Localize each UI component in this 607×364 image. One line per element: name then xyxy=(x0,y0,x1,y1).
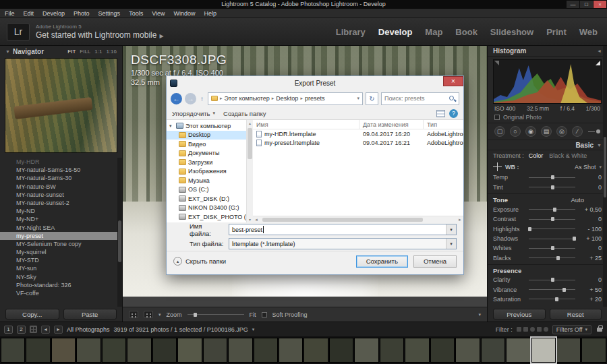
spot-removal-icon[interactable]: ○ xyxy=(510,126,521,137)
wb-value-dropdown[interactable]: As Shot xyxy=(575,164,596,171)
next-photo-button[interactable]: ► xyxy=(54,326,63,334)
filename-input[interactable]: best-preset ▾ xyxy=(229,224,457,235)
preset-item[interactable]: My-HDR xyxy=(0,158,117,166)
secondary-monitor-button[interactable]: 2 xyxy=(17,326,26,334)
graduated-filter-icon[interactable]: ▤ xyxy=(541,126,552,137)
slider-track[interactable] xyxy=(529,239,575,239)
preset-item[interactable]: MY-Night SEA xyxy=(0,224,117,232)
reset-button[interactable]: Reset xyxy=(550,309,602,320)
radial-filter-icon[interactable]: ◎ xyxy=(556,126,567,137)
zoom-option-1:16[interactable]: 1:16 xyxy=(106,49,117,55)
preset-item[interactable]: MY-nature-sunset-2 xyxy=(0,199,117,207)
save-button[interactable]: Сохранить xyxy=(356,255,408,268)
preset-item[interactable]: My-squirrel xyxy=(0,248,117,256)
slider-knob[interactable] xyxy=(555,297,558,301)
filetype-dropdown[interactable]: lrtemplate (*.lrtemplate) ▾ xyxy=(229,238,457,249)
filmstrip-thumbnail[interactable] xyxy=(405,338,429,363)
filmstrip-thumbnail[interactable] xyxy=(380,338,404,363)
filmstrip-thumbnail[interactable] xyxy=(26,338,50,363)
breadcrumb-segment[interactable]: Desktop xyxy=(276,95,298,102)
search-box[interactable]: Поиск: presets xyxy=(381,92,459,105)
close-button[interactable]: × xyxy=(594,1,606,8)
preset-item[interactable]: MY-nature-sunset xyxy=(0,191,117,199)
slider-knob[interactable] xyxy=(562,288,566,292)
filmstrip-thumbnail[interactable] xyxy=(354,338,378,363)
zoom-slider-knob[interactable] xyxy=(194,313,197,317)
slider-track[interactable] xyxy=(529,187,575,187)
preset-item[interactable]: MY-natural-Sams-16-50 xyxy=(0,166,117,174)
color-label-icon[interactable] xyxy=(544,327,548,332)
chevron-down-icon[interactable]: ▾ xyxy=(446,224,456,235)
treatment-black-white[interactable]: Black & White xyxy=(549,152,587,159)
preset-item[interactable]: My-ND+ xyxy=(0,215,117,223)
crop-tool-icon[interactable]: ▢ xyxy=(494,126,505,137)
histogram-header[interactable]: Histogram ◄ xyxy=(488,46,607,57)
scrollbar-thumb[interactable] xyxy=(262,218,423,222)
expander-icon[interactable]: ▾ xyxy=(169,123,174,129)
tree-item[interactable]: EXT_DISK_PHOTO (I:) xyxy=(167,212,246,222)
preset-item[interactable]: NY-Sky xyxy=(0,273,117,281)
address-bar[interactable]: ▸Этот компьютер▸Desktop▸presets ▾ xyxy=(208,92,363,105)
menu-view[interactable]: View xyxy=(152,10,165,17)
lightroom-mobile-promo[interactable]: Get started with Lightroom mobile▶ xyxy=(36,30,164,40)
filmstrip-thumbnail[interactable] xyxy=(51,338,76,363)
dialog-close-button[interactable]: × xyxy=(443,76,463,86)
preset-item[interactable]: MY-STD xyxy=(0,256,117,264)
adjustment-brush-icon[interactable]: ∕ xyxy=(572,126,583,137)
filmstrip-thumbnail[interactable] xyxy=(481,338,505,363)
scrollbar-thumb[interactable] xyxy=(118,220,121,262)
right-panel-scrollbar[interactable] xyxy=(603,46,607,307)
tree-item[interactable]: Изображения xyxy=(167,167,246,177)
up-one-level-button[interactable]: ↑ xyxy=(199,95,205,102)
flag-reject-icon[interactable] xyxy=(523,327,528,332)
preset-item[interactable]: Photo-standard: 326 xyxy=(0,281,117,289)
filmstrip-thumbnail[interactable] xyxy=(304,338,328,363)
slider-knob[interactable] xyxy=(556,256,560,260)
scroll-left-icon[interactable]: ◄ xyxy=(254,218,258,222)
slider-track[interactable] xyxy=(529,257,575,258)
address-dropdown-chevron-icon[interactable]: ▾ xyxy=(357,96,359,101)
wb-eyedropper-icon[interactable] xyxy=(493,162,502,171)
file-list-hscrollbar[interactable]: ◄ ► xyxy=(253,216,463,222)
slider-knob[interactable] xyxy=(551,217,554,221)
zoom-option-fit[interactable]: FIT xyxy=(67,49,76,55)
organize-button[interactable]: Упорядочить ▾ xyxy=(172,110,215,117)
filmstrip-thumbnail[interactable] xyxy=(455,338,480,363)
navigator-header[interactable]: ▼ Navigator FITFILL1:11:16 xyxy=(0,46,122,57)
menu-develop[interactable]: Develop xyxy=(42,10,65,17)
grid-view-icon[interactable] xyxy=(30,326,37,333)
module-book[interactable]: Book xyxy=(455,27,478,37)
change-view-icon[interactable] xyxy=(436,110,445,117)
preset-item[interactable]: MY-Selenium Tone copy xyxy=(0,240,117,248)
filmstrip-thumbnail[interactable] xyxy=(127,338,151,363)
preset-item[interactable]: MY-sun xyxy=(0,264,117,272)
slider-knob[interactable] xyxy=(551,246,554,250)
filmstrip-thumbnail[interactable] xyxy=(279,338,303,363)
tool-overlay-toggle[interactable] xyxy=(588,129,600,133)
flag-pick-icon[interactable] xyxy=(517,327,521,332)
loupe-view-icon[interactable] xyxy=(129,311,138,318)
minimize-button[interactable]: — xyxy=(567,1,579,8)
zoom-option-1:1[interactable]: 1:1 xyxy=(94,49,102,55)
previous-button[interactable]: Previous xyxy=(493,309,546,320)
tree-item[interactable]: EXT_DISK (D:) xyxy=(167,194,246,204)
preset-item[interactable]: MY-nature-BW xyxy=(0,183,117,191)
filmstrip-thumbnail[interactable] xyxy=(506,338,530,363)
refresh-button[interactable]: ↻ xyxy=(366,92,378,105)
tree-item[interactable]: Документы xyxy=(167,149,246,158)
column-header[interactable]: Имя xyxy=(253,120,359,129)
filmstrip-thumbnail[interactable] xyxy=(102,338,126,363)
filmstrip-thumbnail[interactable] xyxy=(329,338,353,363)
dialog-titlebar[interactable]: Export Preset × xyxy=(167,76,463,90)
slider-track[interactable] xyxy=(529,177,575,178)
basic-section-header[interactable]: Basic ▼ xyxy=(488,140,607,150)
file-row[interactable]: my-HDR.lrtemplate09.04.2017 16:20AdobeLi… xyxy=(253,129,463,139)
module-web[interactable]: Web xyxy=(579,27,598,37)
column-header[interactable]: Тип xyxy=(424,120,463,129)
slider-knob[interactable] xyxy=(551,278,554,282)
scrollbar-thumb[interactable] xyxy=(248,128,252,159)
color-label-icon[interactable] xyxy=(537,327,542,332)
filters-off-dropdown[interactable]: Filters Off ▾ xyxy=(552,325,591,334)
filmstrip-thumbnail[interactable] xyxy=(430,338,455,363)
copy-button[interactable]: Copy... xyxy=(5,309,59,320)
